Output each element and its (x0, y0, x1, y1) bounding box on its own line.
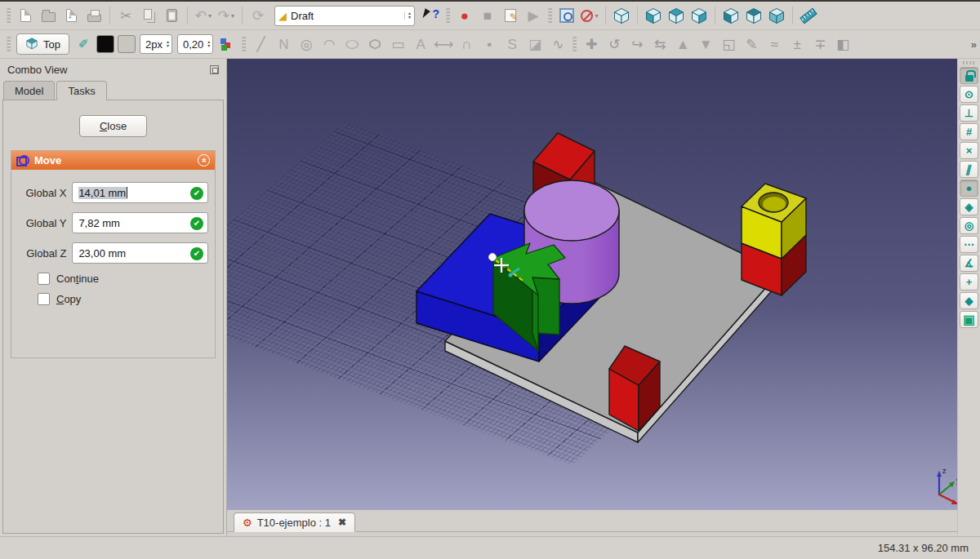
close-document-icon[interactable]: ✖ (338, 517, 346, 528)
spinner-arrows[interactable]: ▴▾ (207, 40, 210, 48)
snap-grid-icon[interactable]: # (960, 123, 978, 140)
autogroup-icon[interactable] (216, 33, 238, 55)
snap-special-icon[interactable]: ◆ (960, 292, 978, 309)
snap-lock-icon[interactable] (960, 67, 978, 84)
toolbar-grip[interactable] (548, 8, 552, 23)
toolbar-grip[interactable] (242, 37, 246, 51)
working-plane-top-button[interactable]: Top (16, 33, 69, 55)
macro-run-icon[interactable]: ▶ (523, 4, 544, 27)
line-width-spinbox[interactable]: 2px▴▾ (140, 34, 172, 54)
draft-line-icon[interactable]: ╱ (250, 33, 271, 55)
3d-viewport[interactable]: z y x (227, 59, 957, 510)
draft-bspline-icon[interactable]: ∩ (456, 33, 477, 55)
move-task-header[interactable]: Move » (11, 151, 215, 170)
workbench-spinner[interactable]: ▴▾ (404, 11, 411, 20)
whats-this-icon[interactable]: ? (421, 4, 442, 27)
draft-scale-icon[interactable]: ◱ (718, 33, 739, 55)
snap-center-icon[interactable]: ◎ (960, 217, 978, 234)
draft-arc-icon[interactable]: ◠ (318, 33, 340, 55)
measure-distance-icon (800, 7, 817, 23)
toolbar-grip[interactable] (446, 8, 450, 23)
global-z-input[interactable]: 23,00 mm ✔ (72, 242, 208, 264)
draft-move-icon[interactable]: ✚ (581, 33, 602, 55)
snap-ortho-icon[interactable]: + (960, 273, 978, 291)
copy-checkbox[interactable] (38, 293, 50, 305)
draft-rotate-icon[interactable]: ↺ (604, 33, 625, 55)
toolbar-grip[interactable] (7, 8, 11, 23)
tab-model[interactable]: Model (3, 81, 55, 100)
line-color-swatch[interactable] (96, 35, 114, 53)
draft-edit-icon[interactable]: ✎ (741, 33, 762, 55)
draw-style-icon[interactable]: ▾ (579, 4, 600, 27)
draft-shape2dview-icon[interactable]: ◧ (832, 33, 853, 55)
snap-working-plane-icon[interactable]: ▣ (960, 311, 978, 328)
draft-downgrade-icon[interactable]: ▼ (695, 33, 716, 55)
paste-icon[interactable] (161, 4, 182, 27)
snap-parallel-icon[interactable]: ∥ (960, 161, 978, 178)
snap-intersection-icon[interactable]: × (960, 142, 978, 159)
workbench-selector[interactable]: ◢Draft▴▾ (274, 6, 415, 26)
snap-endpoint-icon[interactable]: ● (960, 180, 978, 197)
snap-dimensions-icon[interactable]: ⋯ (960, 236, 978, 253)
draft-wire-icon[interactable]: N (273, 33, 294, 55)
construction-mode-icon[interactable]: ✐ (73, 33, 94, 55)
left-view-icon[interactable] (766, 4, 787, 27)
float-panel-icon[interactable] (210, 65, 219, 74)
save-icon[interactable]: ↓ (60, 4, 82, 27)
draft-upgrade-icon[interactable]: ▲ (672, 33, 693, 55)
tab-tasks[interactable]: Tasks (56, 81, 106, 100)
draft-remove-point-icon[interactable]: ∓ (809, 33, 831, 55)
global-y-input[interactable]: 7,82 mm ✔ (72, 212, 208, 233)
redo-icon[interactable]: ↷▾ (216, 4, 237, 27)
measure-distance-icon[interactable] (798, 4, 819, 27)
toolbar-grip[interactable] (7, 37, 11, 51)
face-color-swatch[interactable] (118, 35, 136, 53)
right-view-icon[interactable] (688, 4, 710, 27)
snap-near-icon[interactable]: ⊙ (960, 86, 978, 103)
continue-checkbox[interactable] (38, 273, 50, 285)
draft-dimension-icon[interactable]: ⟷ (433, 33, 454, 55)
toolbar-grip[interactable] (572, 37, 577, 51)
new-file-icon[interactable] (15, 4, 36, 27)
toolbar-overflow-icon[interactable]: » (971, 38, 977, 51)
document-tab[interactable]: ⚙ T10-ejemplo : 1 ✖ (234, 512, 355, 532)
text-scale-spinbox[interactable]: 0,20▴▾ (177, 34, 213, 54)
bottom-view-icon[interactable] (743, 4, 764, 27)
collapse-task-icon[interactable]: » (198, 154, 210, 166)
draft-trimex-icon[interactable]: ⇆ (649, 33, 670, 55)
draft-point-icon[interactable]: • (479, 33, 500, 55)
draft-add-point-icon[interactable]: ± (786, 33, 808, 55)
macro-edit-icon[interactable] (500, 4, 521, 27)
draft-wire-to-bspline-icon[interactable]: ≈ (764, 33, 785, 55)
copy-icon[interactable] (138, 4, 159, 27)
draft-polygon-icon[interactable] (364, 33, 385, 55)
spinner-arrows[interactable]: ▴▾ (167, 40, 169, 48)
zoom-selection-icon[interactable] (556, 4, 577, 27)
rear-view-icon[interactable] (720, 4, 742, 27)
draft-rectangle-icon[interactable]: ▭ (387, 33, 408, 55)
macro-stop-icon[interactable]: ■ (477, 4, 498, 27)
draft-ellipse-icon[interactable]: ◯ (341, 33, 363, 55)
global-x-input[interactable]: 14,01 mm ✔ (72, 182, 208, 203)
snap-perpendicular-icon[interactable]: ⊥ (960, 104, 978, 122)
draft-circle-icon[interactable]: ◎ (296, 33, 317, 55)
open-file-icon[interactable] (38, 4, 59, 27)
draft-shapestring-icon[interactable]: S (501, 33, 523, 55)
toolbar-grip[interactable] (963, 61, 976, 64)
front-view-icon[interactable] (643, 4, 664, 27)
top-view-icon[interactable] (666, 4, 687, 27)
refresh-icon[interactable]: ⟳ (247, 4, 269, 27)
snap-angle-icon[interactable]: ∡ (960, 255, 978, 272)
snap-midpoint-icon[interactable]: ◈ (960, 198, 978, 215)
undo-icon[interactable]: ↶▾ (193, 4, 214, 27)
macro-record-icon[interactable]: ● (454, 4, 475, 27)
draft-text-icon[interactable]: A (410, 33, 431, 55)
draft-bezier-icon[interactable]: ∿ (547, 33, 568, 55)
axonometric-view-icon[interactable] (611, 4, 632, 27)
cut-icon[interactable]: ✂ (115, 4, 136, 27)
close-task-button[interactable]: Close (79, 115, 147, 137)
draft-facebinder-icon[interactable]: ◪ (524, 33, 546, 55)
draft-offset-icon[interactable]: ↪ (626, 33, 648, 55)
print-icon[interactable] (83, 4, 105, 27)
yellow-red-tower[interactable] (742, 184, 806, 295)
